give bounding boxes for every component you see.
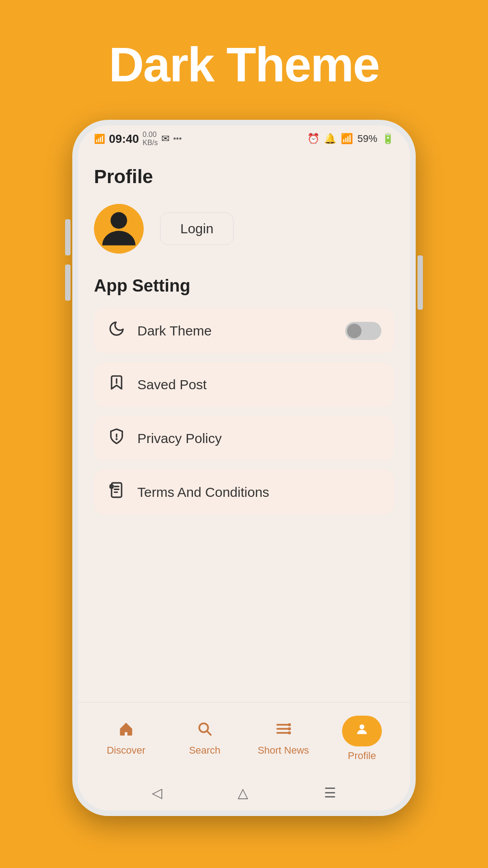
nav-item-profile[interactable]: Profile: [323, 716, 401, 762]
settings-list: Dark Theme Sa: [94, 308, 394, 514]
setting-item-dark-theme[interactable]: Dark Theme: [94, 308, 394, 353]
status-time: 09:40: [109, 132, 139, 146]
profile-heading: Profile: [94, 166, 394, 188]
svg-point-0: [111, 212, 127, 229]
profile-nav-icon: [355, 722, 369, 740]
signal-icon: 📶: [94, 133, 105, 144]
bookmark-icon: [107, 374, 127, 395]
volume-down-button: [65, 264, 70, 301]
status-left: 📶 09:40 0.00KB/s ✉ •••: [94, 131, 182, 147]
nav-profile-label: Profile: [348, 750, 376, 762]
volume-up-button: [65, 219, 70, 255]
svg-point-15: [289, 728, 290, 730]
moon-icon: [107, 320, 127, 341]
user-avatar-icon: [94, 204, 144, 254]
silent-icon: 🔔: [324, 133, 336, 145]
dark-theme-toggle[interactable]: [345, 322, 381, 340]
status-right: ⏰ 🔔 📶 59% 🔋: [307, 133, 394, 145]
recents-button[interactable]: ☰: [324, 785, 336, 801]
svg-point-3: [116, 439, 117, 440]
battery-percent: 59%: [357, 133, 377, 145]
nav-item-short-news[interactable]: Short News: [244, 721, 323, 756]
nav-search-label: Search: [189, 745, 221, 756]
bottom-nav: Discover Search: [78, 702, 410, 774]
mail-icon: ✉: [161, 133, 169, 145]
terms-label: Terms And Conditions: [137, 485, 269, 500]
svg-line-10: [207, 731, 211, 735]
svg-point-14: [289, 724, 290, 726]
svg-point-16: [289, 732, 290, 734]
power-button: [418, 255, 423, 310]
nav-short-news-label: Short News: [258, 745, 309, 756]
content-area: Profile Login App Setting: [78, 152, 410, 702]
back-button[interactable]: ◁: [152, 785, 162, 801]
setting-item-terms[interactable]: Terms And Conditions: [94, 470, 394, 514]
document-icon: [107, 481, 127, 503]
setting-item-privacy-policy[interactable]: Privacy Policy: [94, 416, 394, 461]
home-icon: [118, 721, 134, 741]
setting-item-saved-post[interactable]: Saved Post: [94, 362, 394, 407]
nav-discover-label: Discover: [107, 745, 145, 756]
list-icon: [275, 721, 291, 741]
nav-active-pill: [342, 716, 382, 746]
status-bar: 📶 09:40 0.00KB/s ✉ ••• ⏰ 🔔 📶 59% 🔋: [78, 125, 410, 152]
avatar: [94, 204, 144, 254]
data-speed: 0.00KB/s: [143, 131, 158, 147]
alarm-icon: ⏰: [307, 133, 319, 145]
nav-item-search[interactable]: Search: [165, 721, 244, 756]
search-icon: [197, 721, 213, 741]
user-row: Login: [94, 204, 394, 254]
saved-post-label: Saved Post: [137, 377, 206, 392]
home-button[interactable]: △: [238, 785, 248, 801]
more-icon: •••: [173, 134, 182, 144]
login-button[interactable]: Login: [160, 212, 234, 245]
svg-point-17: [360, 724, 365, 729]
battery-icon: 🔋: [382, 133, 394, 145]
toggle-thumb: [347, 324, 361, 338]
dark-theme-label: Dark Theme: [137, 323, 212, 339]
page-title: Dark Theme: [109, 36, 379, 93]
app-setting-title: App Setting: [94, 276, 394, 296]
phone-screen: 📶 09:40 0.00KB/s ✉ ••• ⏰ 🔔 📶 59% 🔋 Profi…: [78, 125, 410, 811]
privacy-policy-label: Privacy Policy: [137, 431, 222, 446]
shield-icon: [107, 428, 127, 449]
phone-frame: 📶 09:40 0.00KB/s ✉ ••• ⏰ 🔔 📶 59% 🔋 Profi…: [72, 120, 416, 816]
wifi-icon: 📶: [341, 133, 353, 145]
android-nav: ◁ △ ☰: [78, 774, 410, 811]
nav-item-discover[interactable]: Discover: [87, 721, 165, 756]
